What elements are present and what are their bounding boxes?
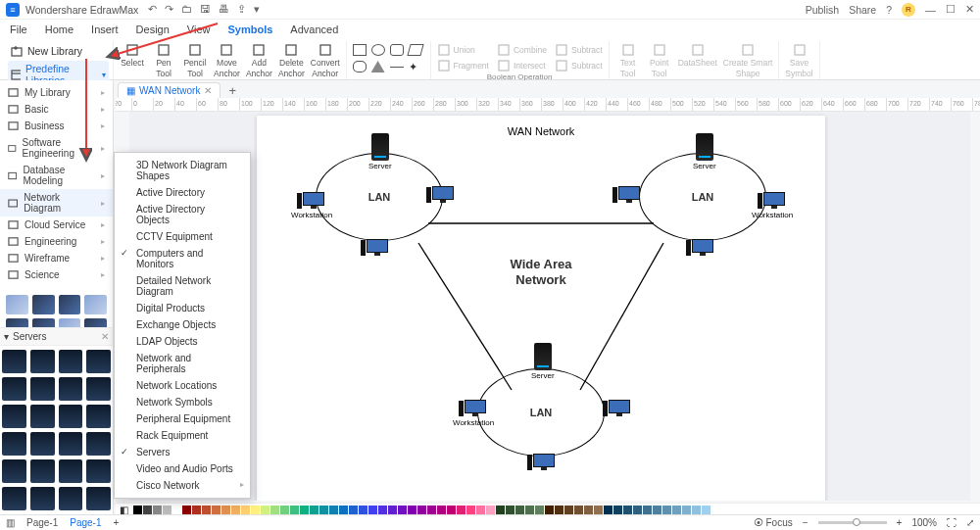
color-swatch[interactable] xyxy=(221,506,230,514)
server-thumbnail[interactable] xyxy=(59,405,83,428)
shape-thumbnail[interactable] xyxy=(59,318,81,327)
submenu-active-directory[interactable]: Active Directory xyxy=(115,184,250,201)
workstation-node[interactable] xyxy=(605,400,630,417)
qat-export-icon[interactable]: ⇪ xyxy=(237,3,246,16)
color-swatch[interactable] xyxy=(476,506,485,514)
server-thumbnail[interactable] xyxy=(2,377,26,401)
color-swatch[interactable] xyxy=(545,506,554,514)
server-thumbnail[interactable] xyxy=(86,405,111,428)
close-tab-icon[interactable]: ✕ xyxy=(204,85,212,96)
color-swatch[interactable] xyxy=(633,506,642,514)
submenu-rack-equipment[interactable]: Rack Equipment xyxy=(115,427,250,444)
shape-thumbnail[interactable] xyxy=(32,318,55,327)
help-icon[interactable]: ? xyxy=(886,4,892,16)
server-thumbnail[interactable] xyxy=(30,405,55,428)
color-swatch[interactable] xyxy=(300,506,309,514)
submenu-video-and-audio-ports[interactable]: Video and Audio Ports xyxy=(115,460,250,477)
server-thumbnail[interactable] xyxy=(30,350,55,373)
submenu-computers-and-monitors[interactable]: Computers and Monitors xyxy=(115,245,250,272)
workstation-node[interactable] xyxy=(529,454,555,471)
color-swatch[interactable] xyxy=(192,506,201,514)
submenu-peripheral-equipment[interactable]: Peripheral Equipment xyxy=(115,410,250,427)
color-swatch[interactable] xyxy=(368,506,377,514)
color-swatch[interactable] xyxy=(643,506,652,514)
color-swatch[interactable] xyxy=(564,506,573,514)
workstation-node[interactable]: Workstation xyxy=(752,192,793,219)
color-swatch[interactable] xyxy=(525,506,534,514)
server-thumbnail[interactable] xyxy=(30,459,55,483)
canvas-area[interactable]: WAN Network Wide AreaNetwork LAN LAN LAN… xyxy=(129,112,970,501)
submenu-cctv-equipment[interactable]: CCTV Equipment xyxy=(115,228,250,245)
category-science[interactable]: Science▸ xyxy=(0,266,113,283)
color-swatch[interactable] xyxy=(594,506,603,514)
select-button[interactable]: Select xyxy=(120,43,145,68)
close-icon[interactable]: ✕ xyxy=(965,3,974,16)
color-swatch[interactable] xyxy=(584,506,593,514)
server-thumbnail[interactable] xyxy=(2,432,26,456)
category-network-diagram[interactable]: Network Diagram▸ xyxy=(0,189,113,217)
submenu-detailed-network-diagram[interactable]: Detailed Network Diagram xyxy=(115,272,250,300)
shape-thumbnail[interactable] xyxy=(59,295,81,314)
category-cloud-service[interactable]: Cloud Service▸ xyxy=(0,217,113,233)
shape-thumbnail[interactable] xyxy=(32,295,55,314)
convert-anchorbutton[interactable]: ConvertAnchor xyxy=(311,43,340,78)
color-swatch[interactable] xyxy=(574,506,583,514)
shape-thumbnail[interactable] xyxy=(6,318,28,327)
shape-grid[interactable]: ✦ xyxy=(353,41,424,74)
fit-page-icon[interactable]: ⛶ xyxy=(947,517,956,528)
submenu-digital-products[interactable]: Digital Products xyxy=(115,300,250,316)
color-swatch[interactable] xyxy=(359,506,368,514)
color-swatch[interactable] xyxy=(212,506,220,514)
color-swatch[interactable] xyxy=(231,506,240,514)
color-swatch[interactable] xyxy=(437,506,446,514)
add-anchorbutton[interactable]: AddAnchor xyxy=(246,43,272,78)
delete-anchorbutton[interactable]: DeleteAnchor xyxy=(278,43,305,78)
submenu-ldap-objects[interactable]: LDAP Objects xyxy=(115,333,250,350)
server-thumbnail[interactable] xyxy=(30,487,55,510)
menu-design[interactable]: Design xyxy=(136,24,170,35)
color-swatch[interactable] xyxy=(447,506,456,514)
color-swatch[interactable] xyxy=(682,506,691,514)
color-swatch[interactable] xyxy=(378,506,387,514)
category-business[interactable]: Business▸ xyxy=(0,118,113,134)
focus-mode-button[interactable]: ⦿ Focus xyxy=(754,517,793,528)
server-thumbnail[interactable] xyxy=(86,459,111,483)
color-swatch[interactable] xyxy=(133,506,142,514)
category-software-engineering[interactable]: Software Engineering▸ xyxy=(0,134,113,162)
color-swatch[interactable] xyxy=(251,506,260,514)
submenu-active-directory-objects[interactable]: Active Directory Objects xyxy=(115,201,250,228)
submenu-network-locations[interactable]: Network Locations xyxy=(115,377,250,394)
submenu-network-and-peripherals[interactable]: Network and Peripherals xyxy=(115,350,250,377)
color-swatch[interactable] xyxy=(270,506,279,514)
qat-redo-icon[interactable]: ↷ xyxy=(165,3,173,16)
add-tab-button[interactable]: + xyxy=(222,83,242,98)
submenu-exchange-objects[interactable]: Exchange Objects xyxy=(115,316,250,333)
server-thumbnail[interactable] xyxy=(30,377,55,401)
color-swatch[interactable] xyxy=(515,506,524,514)
shape-thumbnail[interactable] xyxy=(6,295,28,314)
workstation-node[interactable] xyxy=(363,239,388,257)
server-thumbnail[interactable] xyxy=(59,487,83,510)
workstation-node[interactable] xyxy=(688,239,713,257)
color-swatch[interactable] xyxy=(290,506,299,514)
category-engineering[interactable]: Engineering▸ xyxy=(0,233,113,250)
close-section-icon[interactable]: ✕ xyxy=(101,331,109,342)
color-swatch[interactable] xyxy=(310,506,318,514)
publish-button[interactable]: Publish xyxy=(806,4,839,16)
zoom-value[interactable]: 100% xyxy=(911,517,937,528)
color-swatch[interactable] xyxy=(280,506,289,514)
move-anchorbutton[interactable]: MoveAnchor xyxy=(214,43,240,78)
category-my-library[interactable]: My Library▸ xyxy=(0,84,113,101)
lan-oval-3[interactable]: LAN xyxy=(477,368,605,457)
server-thumbnail[interactable] xyxy=(2,459,26,483)
server-thumbnail[interactable] xyxy=(59,432,83,456)
color-swatch[interactable] xyxy=(427,506,436,514)
menu-insert[interactable]: Insert xyxy=(91,24,119,35)
color-swatch[interactable] xyxy=(653,506,662,514)
color-swatch[interactable] xyxy=(702,506,710,514)
server-thumbnail[interactable] xyxy=(86,350,111,373)
qat-more-icon[interactable]: ▾ xyxy=(254,3,260,16)
color-swatch[interactable] xyxy=(496,506,505,514)
pen-toolbutton[interactable]: PenTool xyxy=(151,43,176,78)
color-swatch[interactable] xyxy=(388,506,397,514)
